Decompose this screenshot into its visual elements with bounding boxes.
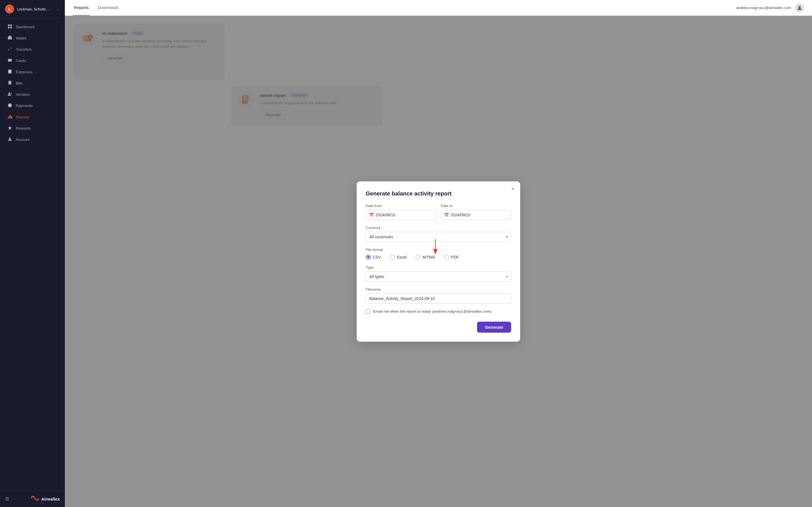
svg-point-5 — [11, 38, 11, 38]
modal-close-button[interactable]: × — [511, 186, 515, 191]
sidebar-item-label: Rewards — [16, 126, 31, 130]
svg-rect-2 — [8, 27, 10, 29]
sidebar-item-label: Wallet — [16, 36, 26, 40]
sidebar-item-label: Payments — [16, 104, 33, 108]
format-mt940-label: MT940 — [423, 255, 435, 260]
sidebar-item-payments[interactable]: Payments — [2, 100, 63, 111]
bills-icon — [7, 80, 12, 86]
format-csv[interactable]: CSV — [366, 255, 381, 260]
svg-rect-7 — [8, 60, 12, 60]
sidebar-item-dashboard[interactable]: Dashboard — [2, 21, 63, 33]
logo-icon — [31, 496, 39, 503]
date-from-group: Date from 📅 — [366, 204, 436, 220]
type-section: Type All types Credit Debit ▾ — [366, 265, 511, 282]
filename-label: Filename — [366, 287, 511, 291]
svg-point-21 — [799, 6, 801, 8]
currency-select[interactable]: All currencies USD AUD EUR GBP — [366, 232, 511, 242]
date-row: Date from 📅 Date to 📅 — [366, 204, 511, 220]
date-from-input[interactable] — [366, 210, 436, 220]
currency-label: Currency — [366, 226, 511, 230]
main-content: Reports Downloads andrew.craig+au1@airwa… — [65, 0, 812, 507]
tab-downloads[interactable]: Downloads — [97, 0, 120, 16]
sidebar-item-label: Bills — [16, 81, 23, 86]
sidebar-item-expenses[interactable]: Expenses — [2, 66, 63, 77]
user-avatar[interactable] — [795, 3, 804, 12]
svg-rect-16 — [9, 116, 10, 119]
date-to-label: Date to — [441, 204, 511, 208]
calendar-from-icon: 📅 — [369, 213, 374, 217]
wallet-icon — [7, 36, 12, 41]
tab-reports[interactable]: Reports — [73, 0, 90, 16]
type-select[interactable]: All types Credit Debit — [366, 272, 511, 282]
modal: × Generate balance activity report Date … — [357, 181, 520, 342]
sidebar-item-cards[interactable]: Cards — [2, 55, 63, 66]
date-to-input-wrap: 📅 — [441, 210, 511, 220]
modal-overlay: × Generate balance activity report Date … — [65, 16, 812, 507]
sidebar-item-rewards[interactable]: Rewards — [2, 123, 63, 134]
svg-point-12 — [8, 93, 10, 94]
svg-rect-1 — [10, 24, 12, 26]
filename-section: Filename — [366, 287, 511, 304]
logo-text: Airwallex — [41, 497, 60, 501]
svg-point-13 — [10, 93, 11, 94]
page-content: $ nt statement Wallet al statement for a… — [65, 16, 812, 507]
svg-rect-3 — [10, 27, 12, 29]
sidebar-item-reports[interactable]: Reports — [2, 112, 63, 122]
dashboard-icon — [7, 24, 12, 30]
sidebar-footer: ☰ Airwallex — [0, 491, 65, 507]
sidebar: L Lockman, Schultz... ⌄ Dashboard Wallet… — [0, 0, 65, 507]
transfers-icon — [7, 47, 12, 52]
airwallex-logo: Airwallex — [31, 496, 60, 503]
sidebar-item-vendors[interactable]: Vendors — [2, 89, 63, 100]
format-excel[interactable]: Excel — [390, 255, 407, 260]
file-format-label: File format — [366, 247, 511, 252]
format-csv-label: CSV — [373, 255, 381, 260]
sidebar-item-account[interactable]: Account — [2, 134, 63, 145]
sidebar-item-label: Expenses — [16, 70, 33, 74]
user-email: andrew.craig+au1@airwallex.com — [736, 6, 791, 10]
sidebar-item-label: Transfers — [16, 47, 32, 52]
type-select-wrap: All types Credit Debit ▾ — [366, 272, 511, 282]
sidebar-item-label: Cards — [16, 59, 26, 63]
date-to-group: Date to 📅 — [441, 204, 511, 220]
radio-pdf-circle — [444, 255, 449, 260]
date-to-input[interactable] — [441, 210, 511, 220]
sidebar-item-label: Vendors — [16, 93, 30, 97]
format-pdf[interactable]: PDF — [444, 255, 459, 260]
svg-rect-17 — [10, 115, 11, 119]
format-excel-label: Excel — [397, 255, 407, 260]
radio-mt940-circle — [416, 255, 421, 260]
svg-point-20 — [9, 137, 11, 139]
svg-rect-15 — [8, 117, 9, 119]
sidebar-item-bills[interactable]: Bills — [2, 78, 63, 89]
currency-group: Currency All currencies USD AUD EUR GBP … — [366, 226, 511, 242]
hamburger-icon[interactable]: ☰ — [5, 496, 9, 502]
format-pdf-label: PDF — [451, 255, 459, 260]
cards-icon — [7, 58, 12, 63]
email-check: Email me when the report is ready (andre… — [366, 309, 511, 314]
sidebar-nav: Dashboard Wallet Transfers Cards Expense… — [0, 18, 65, 491]
calendar-to-icon: 📅 — [444, 213, 449, 217]
sidebar-item-transfers[interactable]: Transfers — [2, 44, 63, 55]
account-icon — [7, 137, 12, 142]
rewards-icon — [7, 126, 12, 131]
radio-csv-circle — [366, 255, 371, 260]
reports-icon — [7, 114, 12, 120]
company-avatar: L — [5, 4, 14, 13]
modal-footer: Generate — [366, 322, 511, 333]
email-check-label: Email me when the report is ready (andre… — [373, 309, 492, 314]
currency-select-wrap: All currencies USD AUD EUR GBP ▾ — [366, 232, 511, 242]
svg-rect-18 — [11, 116, 12, 119]
modal-title: Generate balance activity report — [366, 190, 511, 197]
topbar: Reports Downloads andrew.craig+au1@airwa… — [65, 0, 812, 16]
generate-modal-button[interactable]: Generate — [477, 322, 511, 333]
email-checkbox[interactable] — [366, 309, 370, 314]
sidebar-header[interactable]: L Lockman, Schultz... ⌄ — [0, 0, 65, 18]
sidebar-item-label: Reports — [16, 115, 29, 119]
sidebar-item-wallet[interactable]: Wallet — [2, 33, 63, 44]
file-format-section: File format CSV Excel MT940 — [366, 247, 511, 260]
chevron-icon: ⌄ — [57, 7, 60, 11]
format-mt940[interactable]: MT940 — [416, 255, 435, 260]
filename-input[interactable] — [366, 293, 511, 304]
company-name: Lockman, Schultz... — [17, 7, 54, 11]
